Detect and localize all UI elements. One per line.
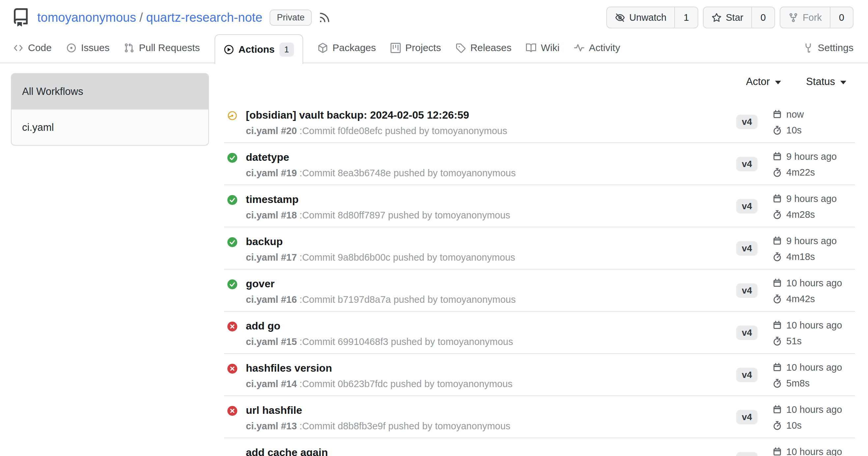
run-subtitle: ci.yaml #17 :Commit 9a8bd6b00c pushed by… <box>246 252 727 263</box>
repo-header: tomoyanonymous / quartz-research-note Pr… <box>0 0 868 33</box>
run-title-link[interactable]: gover <box>246 278 727 290</box>
workflow-run-row: add go ci.yaml #15 :Commit 69910468f3 pu… <box>224 312 855 354</box>
tab-pull-requests-label: Pull Requests <box>139 42 200 53</box>
status-icon-clipped <box>227 448 237 456</box>
status-failure-icon <box>227 322 237 331</box>
actor-filter-label: Actor <box>746 76 770 88</box>
status-success-icon <box>227 237 237 247</box>
run-subtitle: ci.yaml #20 :Commit f0fde08efc pushed by… <box>246 125 727 136</box>
run-commit-info: :Commit 8ea3b6748e pushed by tomoyanonym… <box>297 168 516 178</box>
run-duration: 4m22s <box>786 167 815 178</box>
tab-settings[interactable]: Settings <box>803 33 854 63</box>
repo-owner-link[interactable]: tomoyanonymous <box>37 10 136 25</box>
run-date: 10 hours ago <box>786 404 842 415</box>
run-workflow-number: ci.yaml #15 <box>246 336 297 347</box>
star-count[interactable]: 0 <box>751 7 774 28</box>
tab-releases[interactable]: Releases <box>456 33 512 63</box>
project-icon <box>391 43 401 53</box>
star-button-group: Star 0 <box>703 7 775 28</box>
run-title-link[interactable]: url hashfile <box>246 404 727 417</box>
status-filter-dropdown[interactable]: Status <box>806 76 846 88</box>
status-success-icon <box>227 280 237 289</box>
status-failure-icon <box>227 364 237 373</box>
unwatch-button[interactable]: Unwatch <box>607 7 675 28</box>
run-title-link[interactable]: hashfiles version <box>246 362 727 374</box>
calendar-icon <box>772 152 782 161</box>
run-subtitle: ci.yaml #18 :Commit 8d80ff7897 pushed by… <box>246 209 727 221</box>
run-title-link[interactable]: timestamp <box>246 193 727 205</box>
workflow-run-list: [obsidian] vault backup: 2024-02-05 12:2… <box>224 101 855 456</box>
run-title-link[interactable]: [obsidian] vault backup: 2024-02-05 12:2… <box>246 109 727 121</box>
run-workflow-number: ci.yaml #16 <box>246 294 297 305</box>
fork-button[interactable]: Fork <box>780 7 830 28</box>
status-success-icon <box>227 153 237 163</box>
run-date: 10 hours ago <box>786 446 842 456</box>
calendar-icon <box>772 363 782 372</box>
stopwatch-icon <box>772 210 782 220</box>
tab-pull-requests[interactable]: Pull Requests <box>124 33 200 63</box>
tab-activity-label: Activity <box>589 42 620 53</box>
tab-code-label: Code <box>28 42 52 53</box>
run-duration: 4m42s <box>786 293 815 304</box>
pull-request-icon <box>124 43 134 53</box>
run-workflow-number: ci.yaml #13 <box>246 421 297 431</box>
run-title-link[interactable]: datetype <box>246 151 727 163</box>
run-workflow-number: ci.yaml #14 <box>246 379 297 389</box>
watch-button-group: Unwatch 1 <box>606 7 698 28</box>
run-date: 10 hours ago <box>786 362 842 373</box>
tab-wiki[interactable]: Wiki <box>526 33 560 63</box>
run-title-link[interactable]: add go <box>246 320 727 332</box>
run-duration: 4m28s <box>786 209 815 220</box>
tab-wiki-label: Wiki <box>541 42 560 53</box>
run-date: 9 hours ago <box>786 193 837 204</box>
fork-count[interactable]: 0 <box>830 7 853 28</box>
run-subtitle: ci.yaml #16 :Commit b7197d8a7a pushed by… <box>246 294 727 305</box>
tab-packages-label: Packages <box>333 42 376 53</box>
tab-projects[interactable]: Projects <box>391 33 441 63</box>
run-date: 9 hours ago <box>786 235 837 247</box>
run-subtitle: ci.yaml #15 :Commit 69910468f3 pushed by… <box>246 336 727 347</box>
run-subtitle: ci.yaml #19 :Commit 8ea3b6748e pushed by… <box>246 167 727 178</box>
tab-issues[interactable]: Issues <box>66 33 110 63</box>
star-button[interactable]: Star <box>704 7 751 28</box>
workflow-run-row: add cache again v4 10 hours ago <box>224 438 855 456</box>
run-date: 10 hours ago <box>786 320 842 331</box>
actor-filter-dropdown[interactable]: Actor <box>746 76 781 88</box>
workflow-run-row: backup ci.yaml #17 :Commit 9a8bd6b00c pu… <box>224 227 855 269</box>
chevron-down-icon <box>840 81 846 84</box>
stopwatch-icon <box>772 421 782 430</box>
watch-count[interactable]: 1 <box>674 7 697 28</box>
run-title-link[interactable]: backup <box>246 235 727 248</box>
pulse-icon <box>574 43 584 53</box>
workflow-run-row: hashfiles version ci.yaml #14 :Commit 0b… <box>224 354 855 396</box>
run-workflow-number: ci.yaml #19 <box>246 168 297 178</box>
run-title-link[interactable]: add cache again <box>246 446 727 456</box>
tab-releases-label: Releases <box>470 42 512 53</box>
tab-actions[interactable]: Actions 1 <box>215 34 303 64</box>
run-commit-info: :Commit f0fde08efc pushed by tomoyanonym… <box>297 126 507 136</box>
sidebar-item-all-workflows[interactable]: All Workflows <box>11 74 208 110</box>
stopwatch-icon <box>772 126 782 135</box>
run-commit-info: :Commit 9a8bd6b00c pushed by tomoyanonym… <box>297 252 516 263</box>
run-duration: 5m8s <box>786 378 810 389</box>
runner-version-badge: v4 <box>736 199 757 214</box>
run-duration: 51s <box>786 335 802 347</box>
tab-issues-label: Issues <box>81 42 110 53</box>
run-workflow-number: ci.yaml #17 <box>246 252 297 263</box>
feed-icon[interactable] <box>318 11 331 24</box>
repo-name-link[interactable]: quartz-research-note <box>146 10 262 25</box>
issue-opened-icon <box>66 43 76 53</box>
sidebar-item-ci-yaml[interactable]: ci.yaml <box>11 110 208 145</box>
run-workflow-number: ci.yaml #20 <box>246 126 297 136</box>
run-filters: Actor Status <box>224 73 855 88</box>
tab-activity[interactable]: Activity <box>574 33 620 63</box>
run-date: 9 hours ago <box>786 151 837 162</box>
repo-action-buttons: Unwatch 1 Star 0 Fork 0 <box>606 7 854 28</box>
runner-version-badge: v4 <box>736 326 757 340</box>
tab-packages[interactable]: Packages <box>318 33 376 63</box>
runner-version-badge: v4 <box>736 452 757 456</box>
repo-separator: / <box>140 10 143 25</box>
book-icon <box>526 43 536 53</box>
actions-content: All Workflows ci.yaml Actor Status [obs <box>0 63 868 456</box>
tab-code[interactable]: Code <box>13 33 52 63</box>
